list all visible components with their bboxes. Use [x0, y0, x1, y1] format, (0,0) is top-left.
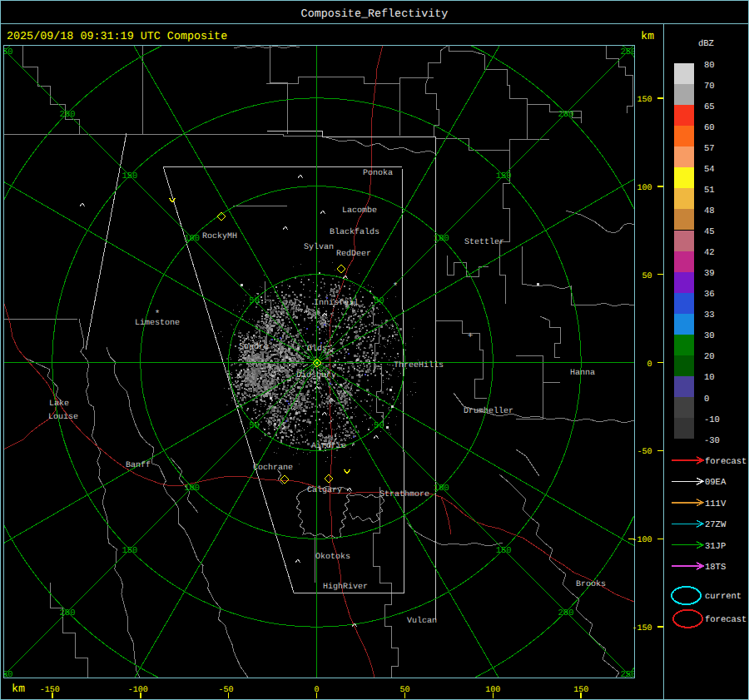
svg-text:Sylvan: Sylvan: [304, 242, 334, 252]
svg-text:100: 100: [184, 234, 200, 244]
svg-text:Okotoks: Okotoks: [315, 552, 350, 562]
svg-text:150: 150: [637, 96, 652, 105]
svg-text:km: km: [641, 31, 654, 43]
svg-text:RedDeer: RedDeer: [336, 249, 371, 259]
svg-text:forecast: forecast: [705, 457, 747, 467]
svg-text:31JP: 31JP: [705, 542, 726, 552]
svg-text:100: 100: [434, 484, 449, 494]
svg-text:Didsbury: Didsbury: [296, 370, 336, 380]
svg-text:100: 100: [184, 484, 200, 494]
svg-text:30: 30: [704, 331, 715, 341]
svg-text:forecast: forecast: [705, 615, 747, 625]
svg-text:current: current: [705, 592, 742, 602]
svg-text:20: 20: [704, 352, 715, 362]
svg-text:Olds: Olds: [307, 344, 327, 354]
svg-text:0: 0: [704, 395, 709, 405]
svg-text:+: +: [468, 331, 474, 341]
svg-text:*: *: [393, 282, 399, 292]
svg-text:200: 200: [60, 110, 76, 120]
svg-text:10: 10: [704, 373, 715, 383]
svg-text:-150: -150: [632, 624, 652, 633]
svg-text:50: 50: [249, 421, 260, 431]
svg-text:42: 42: [704, 248, 715, 258]
svg-text:2025/09/18 09:31:19 UTC Compos: 2025/09/18 09:31:19 UTC Composite: [7, 31, 227, 43]
svg-text:dBZ: dBZ: [698, 39, 714, 49]
svg-text:Lacombe: Lacombe: [342, 206, 377, 216]
svg-text:50: 50: [249, 296, 260, 306]
svg-text:50: 50: [374, 296, 384, 306]
svg-text:150: 150: [496, 546, 512, 556]
svg-text:Vulcan: Vulcan: [407, 616, 437, 626]
svg-text:50: 50: [374, 421, 384, 431]
svg-text:Drumheller: Drumheller: [464, 406, 513, 416]
svg-text:45: 45: [704, 227, 715, 237]
svg-text:Calgary: Calgary: [307, 485, 342, 495]
svg-text:-30: -30: [704, 436, 720, 446]
svg-text:18TS: 18TS: [705, 563, 726, 573]
svg-text:Strathmore: Strathmore: [379, 489, 429, 499]
svg-text:70: 70: [704, 82, 715, 92]
svg-text:km: km: [12, 683, 25, 696]
svg-text:200: 200: [558, 608, 574, 618]
svg-text:27ZW: 27ZW: [705, 520, 727, 530]
svg-text:RockyMH: RockyMH: [202, 231, 237, 241]
svg-text:Limestone: Limestone: [135, 318, 180, 328]
svg-text:0: 0: [647, 360, 652, 370]
svg-text:36: 36: [704, 290, 715, 300]
svg-text:250: 250: [620, 47, 636, 57]
svg-text:HighRiver: HighRiver: [323, 582, 368, 592]
svg-text:Ponoka: Ponoka: [363, 168, 393, 178]
svg-text:-100: -100: [632, 536, 652, 545]
svg-text:65: 65: [704, 102, 715, 112]
svg-text:150: 150: [122, 546, 137, 556]
svg-text:Innisfail: Innisfail: [314, 298, 359, 308]
svg-text:51: 51: [704, 186, 715, 196]
svg-text:150: 150: [122, 171, 137, 181]
svg-text:Stettler: Stettler: [464, 237, 504, 247]
svg-text:100: 100: [434, 234, 449, 244]
svg-text:111V: 111V: [705, 499, 727, 509]
svg-text:-50: -50: [219, 686, 234, 695]
svg-text:09EA: 09EA: [705, 478, 727, 488]
svg-text:200: 200: [558, 110, 574, 120]
svg-text:-10: -10: [704, 415, 720, 425]
svg-text:39: 39: [704, 269, 715, 279]
svg-text:57: 57: [704, 144, 715, 154]
svg-text:150: 150: [496, 171, 512, 181]
svg-text:54: 54: [704, 165, 715, 175]
svg-text:100: 100: [637, 184, 652, 193]
svg-text:48: 48: [704, 206, 715, 216]
svg-text:Hanna: Hanna: [570, 369, 595, 378]
svg-text:33: 33: [704, 310, 715, 320]
svg-text:60: 60: [704, 123, 715, 133]
svg-text:Cochrane: Cochrane: [253, 463, 293, 473]
svg-text:Banff: Banff: [126, 460, 151, 470]
svg-text:80: 80: [704, 61, 715, 71]
svg-text:50: 50: [642, 272, 652, 281]
svg-text:Brooks: Brooks: [576, 579, 606, 589]
svg-text:Blackfalds: Blackfalds: [330, 227, 379, 237]
svg-text:-50: -50: [637, 448, 652, 457]
svg-text:Louise: Louise: [48, 412, 78, 422]
svg-text:Sundre: Sundre: [239, 342, 269, 352]
svg-text:ThreeHills: ThreeHills: [394, 360, 444, 370]
svg-text:200: 200: [60, 608, 76, 618]
svg-text:Lake: Lake: [49, 399, 69, 409]
svg-text:-150: -150: [40, 686, 60, 695]
svg-text:Composite_Reflectivity: Composite_Reflectivity: [301, 8, 449, 21]
svg-text:-100: -100: [128, 686, 148, 695]
svg-text:Airdrie: Airdrie: [311, 441, 346, 451]
